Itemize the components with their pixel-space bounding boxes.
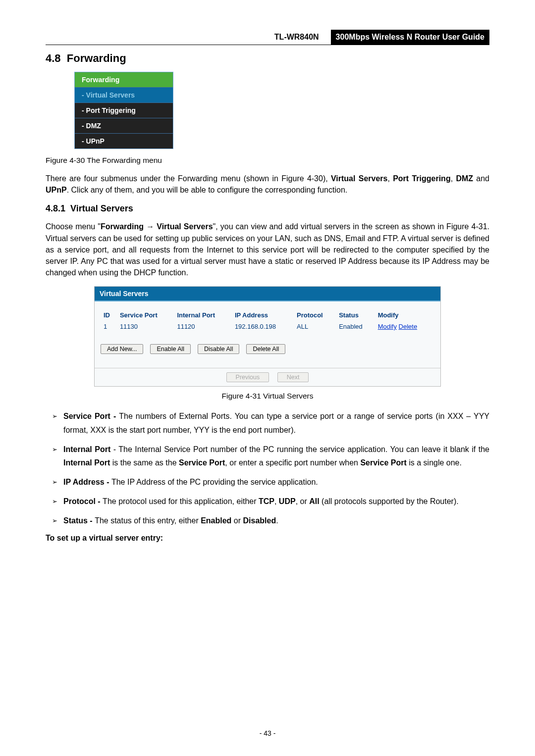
th-modify: Modify xyxy=(375,309,434,321)
list-item: ➢ Status - The status of this entry, eit… xyxy=(46,514,489,527)
td-id: 1 xyxy=(101,321,117,332)
figure-4-30-caption: Figure 4-30 The Forwarding menu xyxy=(46,156,489,165)
bullet-ip-address: IP Address - The IP Address of the PC pr… xyxy=(63,475,489,489)
list-item: ➢ Protocol - The protocol used for this … xyxy=(46,495,489,508)
nav-item-port-triggering: - Port Triggering xyxy=(75,103,173,118)
nav-head-forwarding: Forwarding xyxy=(75,72,173,88)
td-protocol: ALL xyxy=(294,321,336,332)
list-item: ➢ Internal Port - The Internal Service P… xyxy=(46,443,489,469)
td-ip: 192.168.0.198 xyxy=(232,321,294,332)
intro-paragraph: There are four submenus under the Forwar… xyxy=(46,173,489,196)
th-status: Status xyxy=(336,309,375,321)
nav-item-virtual-servers: - Virtual Servers xyxy=(75,88,173,103)
td-service-port: 11130 xyxy=(117,321,174,332)
add-new-button[interactable]: Add New... xyxy=(101,344,143,354)
th-protocol: Protocol xyxy=(294,309,336,321)
delete-all-button[interactable]: Delete All xyxy=(246,344,285,354)
td-status: Enabled xyxy=(336,321,375,332)
vs-table: ID Service Port Internal Port IP Address… xyxy=(101,309,434,332)
th-ip-address: IP Address xyxy=(232,309,294,321)
setup-heading: To set up a virtual server entry: xyxy=(46,534,489,543)
previous-button: Previous xyxy=(226,372,269,382)
th-internal-port: Internal Port xyxy=(174,309,231,321)
guide-title: 300Mbps Wireless N Router User Guide xyxy=(331,30,489,45)
section-heading: 4.8 Forwarding xyxy=(46,52,489,65)
subsection-heading: 4.8.1 Virtual Servers xyxy=(46,203,489,214)
td-modify: Modify Delete xyxy=(375,321,434,332)
page-header: TL-WR840N 300Mbps Wireless N Router User… xyxy=(46,30,489,45)
modify-link[interactable]: Modify xyxy=(378,323,397,330)
table-header-row: ID Service Port Internal Port IP Address… xyxy=(101,309,434,321)
model-number: TL-WR840N xyxy=(271,31,322,44)
bullet-icon: ➢ xyxy=(46,475,63,489)
nav-item-upnp: - UPnP xyxy=(75,134,173,149)
delete-link[interactable]: Delete xyxy=(399,323,418,330)
virtual-servers-paragraph: Choose menu "Forwarding → Virtual Server… xyxy=(46,221,489,278)
next-button: Next xyxy=(277,372,309,382)
table-row: 1 11130 11120 192.168.0.198 ALL Enabled … xyxy=(101,321,434,332)
bullet-internal-port: Internal Port - The Internal Service Por… xyxy=(63,443,489,469)
bullet-service-port: Service Port - The numbers of External P… xyxy=(63,409,489,436)
definition-list: ➢ Service Port - The numbers of External… xyxy=(46,409,489,527)
td-internal-port: 11120 xyxy=(174,321,231,332)
nav-item-dmz: - DMZ xyxy=(75,118,173,134)
th-service-port: Service Port xyxy=(117,309,174,321)
bullet-icon: ➢ xyxy=(46,514,63,527)
bullet-status: Status - The status of this entry, eithe… xyxy=(63,514,489,527)
bullet-protocol: Protocol - The protocol used for this ap… xyxy=(63,495,489,508)
th-id: ID xyxy=(101,309,117,321)
list-item: ➢ IP Address - The IP Address of the PC … xyxy=(46,475,489,489)
bullet-icon: ➢ xyxy=(46,443,63,469)
enable-all-button[interactable]: Enable All xyxy=(150,344,191,354)
figure-4-31-caption: Figure 4-31 Virtual Servers xyxy=(46,392,489,401)
disable-all-button[interactable]: Disable All xyxy=(198,344,239,354)
bullet-icon: ➢ xyxy=(46,495,63,508)
page-number: - 43 - xyxy=(0,729,535,737)
list-item: ➢ Service Port - The numbers of External… xyxy=(46,409,489,436)
bullet-icon: ➢ xyxy=(46,409,63,436)
virtual-servers-panel-screenshot: Virtual Servers ID Service Port Internal… xyxy=(94,286,441,387)
vs-panel-title: Virtual Servers xyxy=(95,287,440,302)
forwarding-menu-screenshot: Forwarding - Virtual Servers - Port Trig… xyxy=(74,72,173,149)
